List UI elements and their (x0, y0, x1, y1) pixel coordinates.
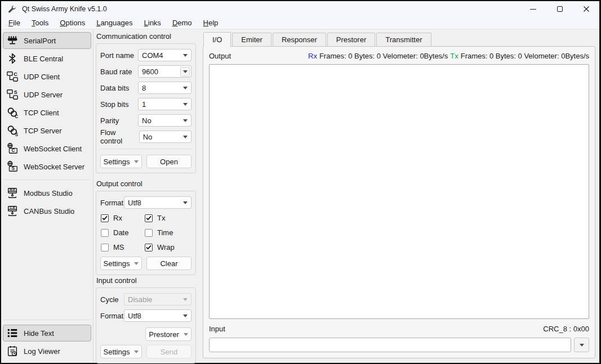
port-name-select[interactable]: COM4 (138, 49, 192, 61)
menu-languages[interactable]: Languages (91, 17, 138, 28)
sidebar-item-label: UDP Client (24, 73, 60, 81)
svg-text:M.B: M.B (10, 188, 15, 191)
maximize-button[interactable] (546, 1, 573, 17)
data-bits-select[interactable]: 8 (138, 82, 192, 94)
svg-text:S: S (12, 166, 15, 171)
cycle-label: Cycle (100, 295, 119, 304)
baud-rate-combobox[interactable]: 9600 (138, 65, 192, 78)
flow-control-value: No (143, 133, 153, 141)
check-icon (102, 215, 108, 221)
menu-file[interactable]: File (3, 17, 26, 28)
sidebar-item-label: TCP Client (24, 109, 59, 117)
udp-server-icon: S (6, 88, 19, 101)
chevron-down-icon (183, 136, 188, 138)
svg-text:S: S (14, 89, 17, 95)
sidebar-item-label: UDP Server (24, 91, 63, 99)
port-name-label: Port name (100, 51, 134, 60)
sidebar-item-label: TCP Server (24, 127, 62, 135)
settings-button-label: Settings (104, 158, 130, 166)
menu-tools[interactable]: Tools (26, 17, 54, 28)
output-label: Output (209, 52, 231, 60)
port-name-value: COM4 (142, 51, 163, 60)
sidebar-item-label: Modbus Studio (24, 189, 73, 197)
stop-bits-select[interactable]: 1 (138, 98, 192, 110)
parity-select[interactable]: No (138, 114, 192, 127)
prestorer-button[interactable]: Prestorer (145, 327, 192, 341)
sidebar-item-canbus-studio[interactable]: C.B CANBus Studio (3, 203, 91, 219)
flow-control-select[interactable]: No (139, 131, 192, 143)
rx-checkbox[interactable]: Rx (101, 214, 145, 222)
maximize-icon (557, 6, 563, 12)
rx-stat-text: Frames: 0 Bytes: 0 Velometer: 0Bytes/s (319, 52, 448, 60)
check-icon (146, 215, 152, 221)
baud-rate-dropdown-button[interactable] (180, 67, 190, 77)
cycle-select: Disable (124, 293, 192, 305)
output-settings-button[interactable]: Settings (100, 257, 142, 270)
close-button[interactable] (573, 1, 599, 17)
output-format-value: Utf8 (128, 199, 141, 207)
output-format-select[interactable]: Utf8 (124, 196, 192, 209)
tab-emiter[interactable]: Emiter (232, 33, 271, 46)
menu-links[interactable]: Links (139, 17, 167, 28)
svg-text:C.B: C.B (10, 206, 15, 209)
input-text-field[interactable] (209, 338, 571, 352)
sidebar-item-websocket-client[interactable]: C WebSocket Client (3, 140, 91, 157)
group-separator (100, 149, 192, 149)
prestorer-row: Prestorer (100, 327, 192, 341)
tcp-server-icon: S (6, 124, 19, 137)
sidebar-item-websocket-server[interactable]: S WebSocket Server (3, 158, 91, 175)
time-checkbox[interactable]: Time (145, 228, 189, 237)
tab-responser[interactable]: Responser (273, 33, 326, 46)
send-button: Send (146, 345, 192, 358)
tab-prestorer[interactable]: Prestorer (327, 33, 375, 46)
checkbox-box (101, 214, 109, 222)
bluetooth-icon (6, 52, 19, 65)
tab-transmitter[interactable]: Transmitter (376, 33, 431, 46)
ms-checkbox[interactable]: MS (101, 243, 145, 251)
chevron-down-icon (183, 103, 188, 106)
input-history-dropdown-button[interactable] (574, 338, 589, 352)
menu-demo[interactable]: Demo (167, 17, 198, 28)
sidebar-item-serialport[interactable]: SerialPort (3, 32, 91, 49)
input-format-select[interactable]: Utf8 (124, 309, 192, 322)
rx-stat-prefix: Rx (308, 52, 317, 60)
minimize-icon (530, 9, 536, 10)
check-icon (146, 245, 152, 250)
open-button[interactable]: Open (146, 155, 192, 168)
sidebar-item-label: Hide Text (24, 329, 54, 338)
wrap-checkbox[interactable]: Wrap (145, 243, 189, 251)
serial-port-icon (6, 34, 19, 47)
menu-options[interactable]: Options (54, 17, 91, 28)
minimize-button[interactable] (520, 1, 546, 17)
date-checkbox[interactable]: Date (101, 228, 145, 237)
sidebar-item-udp-client[interactable]: C UDP Client (3, 68, 91, 85)
comm-settings-button[interactable]: Settings (100, 155, 142, 168)
sidebar-item-hide-text[interactable]: Hide Text (3, 325, 91, 341)
sidebar-item-tcp-server[interactable]: S TCP Server (3, 122, 91, 139)
tx-checkbox[interactable]: Tx (145, 214, 189, 222)
clear-button[interactable]: Clear (146, 257, 192, 270)
main-area: SerialPort BLE Central C UDP Client S (1, 29, 599, 363)
tab-io[interactable]: I/O (203, 32, 231, 47)
sidebar-item-label: WebSocket Client (24, 145, 82, 153)
input-settings-button[interactable]: Settings (100, 345, 142, 358)
menu-bar: File Tools Options Languages Links Demo … (1, 17, 599, 29)
menu-help[interactable]: Help (198, 17, 224, 28)
chevron-down-icon (134, 262, 139, 265)
checkbox-row: Rx Tx (101, 214, 192, 222)
svg-text:C: C (11, 148, 15, 153)
sidebar-item-udp-server[interactable]: S UDP Server (3, 86, 91, 103)
stop-bits-value: 1 (142, 100, 146, 109)
send-button-label: Send (161, 348, 177, 356)
chevron-down-icon (183, 298, 188, 301)
sidebar-item-tcp-client[interactable]: C TCP Client (3, 104, 91, 121)
io-tab-pane: Output Rx Frames: 0 Bytes: 0 Velometer: … (203, 46, 595, 358)
chevron-down-icon (183, 314, 188, 317)
output-text-area[interactable] (209, 64, 589, 319)
chevron-down-icon (183, 201, 188, 204)
chevron-down-icon (134, 160, 139, 163)
sidebar-item-modbus-studio[interactable]: M.B Modbus Studio (3, 185, 91, 201)
sidebar-item-log-viewer[interactable]: Log Viewer (3, 343, 91, 359)
sidebar-item-ble-central[interactable]: BLE Central (3, 50, 91, 67)
output-header: Output Rx Frames: 0 Bytes: 0 Velometer: … (209, 51, 589, 61)
